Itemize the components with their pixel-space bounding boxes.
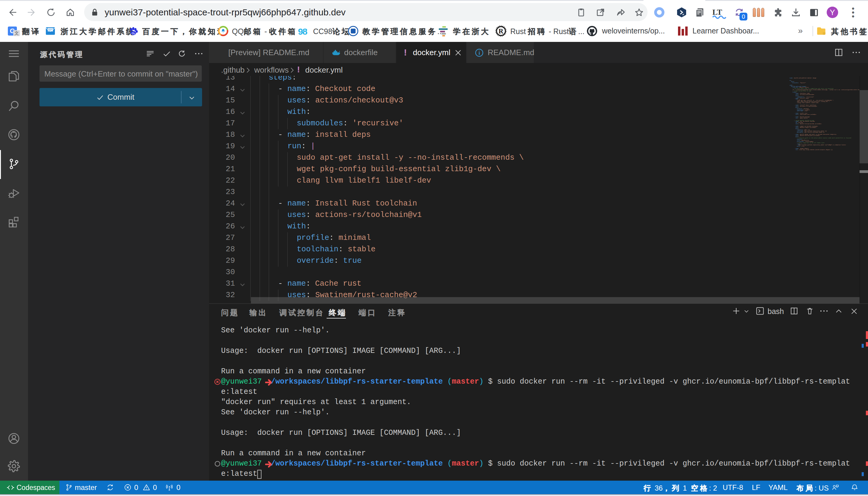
- svg-text:R: R: [498, 27, 504, 35]
- svg-text:du: du: [132, 31, 135, 35]
